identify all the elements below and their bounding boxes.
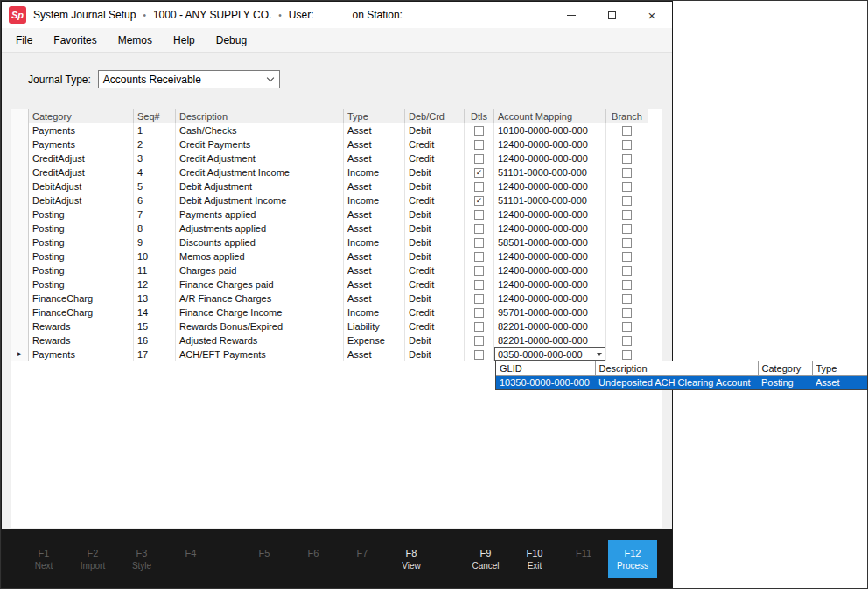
cell-account[interactable]: 12400-0000-000-000 xyxy=(494,137,606,151)
row-selector[interactable] xyxy=(11,319,29,333)
col-header-deb-crd[interactable]: Deb/Crd xyxy=(405,109,465,123)
cell-seq[interactable]: 1 xyxy=(134,123,176,137)
cell-description[interactable]: Debit Adjustment Income xyxy=(176,193,344,207)
account-mapping-combo[interactable]: 0350-0000-000-000 xyxy=(494,347,606,361)
cell-category[interactable]: Posting xyxy=(29,235,134,249)
grid-row[interactable]: DebitAdjust5Debit AdjustmentAssetDebit12… xyxy=(11,179,648,193)
grid-row[interactable]: Posting10Memos appliedAssetDebit12400-00… xyxy=(11,249,648,263)
cell-debcrd[interactable]: Debit xyxy=(405,123,465,137)
grid-row[interactable]: Rewards16Adjusted RewardsExpenseDebit822… xyxy=(11,333,648,347)
row-selector[interactable] xyxy=(11,151,29,165)
row-selector[interactable] xyxy=(11,305,29,319)
cell-account[interactable]: 0350-0000-000-000 xyxy=(494,347,606,361)
row-selector[interactable] xyxy=(11,291,29,305)
cell-debcrd[interactable]: Debit xyxy=(405,179,465,193)
lookup-cell-glid[interactable]: 10350-0000-000-000 xyxy=(496,375,595,389)
grid-row[interactable]: FinanceCharg13A/R Finance ChargesAssetDe… xyxy=(11,291,648,305)
cell-category[interactable]: CreditAdjust xyxy=(29,165,134,179)
cell-debcrd[interactable]: Credit xyxy=(405,277,465,291)
grid-row[interactable]: ►Payments17ACH/EFT PaymentsAssetDebit035… xyxy=(11,347,648,361)
cell-type[interactable]: Income xyxy=(344,305,405,319)
cell-seq[interactable]: 17 xyxy=(134,347,176,361)
dtls-checkbox[interactable] xyxy=(474,182,484,192)
cell-description[interactable]: A/R Finance Charges xyxy=(176,291,344,305)
grid-row[interactable]: Posting11Charges paidAssetCredit12400-00… xyxy=(11,263,648,277)
row-selector[interactable] xyxy=(11,221,29,235)
cell-debcrd[interactable]: Debit xyxy=(405,165,465,179)
branch-checkbox[interactable] xyxy=(622,280,632,290)
cell-seq[interactable]: 15 xyxy=(134,319,176,333)
cell-seq[interactable]: 7 xyxy=(134,207,176,221)
grid-row[interactable]: Posting12Finance Charges paidAssetCredit… xyxy=(11,277,648,291)
cell-type[interactable]: Asset xyxy=(344,263,405,277)
branch-checkbox[interactable] xyxy=(622,196,632,206)
cell-type[interactable]: Asset xyxy=(344,277,405,291)
menu-item-file[interactable]: File xyxy=(16,34,32,46)
cell-description[interactable]: Rewards Bonus/Expired xyxy=(176,319,344,333)
branch-checkbox[interactable] xyxy=(622,126,632,136)
cell-description[interactable]: ACH/EFT Payments xyxy=(176,347,344,361)
cell-description[interactable]: Credit Payments xyxy=(176,137,344,151)
cell-category[interactable]: Rewards xyxy=(29,319,134,333)
cell-debcrd[interactable]: Credit xyxy=(405,305,465,319)
grid-row[interactable]: FinanceCharg14Finance Charge IncomeIncom… xyxy=(11,305,648,319)
cell-account[interactable]: 12400-0000-000-000 xyxy=(494,291,606,305)
cell-category[interactable]: Posting xyxy=(29,263,134,277)
cell-seq[interactable]: 14 xyxy=(134,305,176,319)
cell-category[interactable]: Posting xyxy=(29,249,134,263)
branch-checkbox[interactable] xyxy=(622,308,632,318)
cell-debcrd[interactable]: Debit xyxy=(405,207,465,221)
close-button[interactable]: × xyxy=(632,2,672,28)
fnkey-f11[interactable]: F11 xyxy=(559,529,608,589)
cell-description[interactable]: Memos applied xyxy=(176,249,344,263)
cell-category[interactable]: CreditAdjust xyxy=(29,151,134,165)
row-selector[interactable] xyxy=(11,137,29,151)
cell-category[interactable]: FinanceCharg xyxy=(29,291,134,305)
cell-debcrd[interactable]: Debit xyxy=(405,249,465,263)
dtls-checkbox[interactable] xyxy=(474,308,484,318)
menu-item-favorites[interactable]: Favorites xyxy=(53,34,96,46)
dtls-checkbox[interactable] xyxy=(474,266,484,276)
dtls-checkbox[interactable] xyxy=(474,350,484,360)
dtls-checkbox[interactable] xyxy=(474,154,484,164)
grid-row[interactable]: Payments1Cash/ChecksAssetDebit10100-0000… xyxy=(11,123,648,137)
cell-debcrd[interactable]: Credit xyxy=(405,151,465,165)
branch-checkbox[interactable] xyxy=(622,294,632,304)
fnkey-f8[interactable]: F8View xyxy=(387,529,436,589)
branch-checkbox[interactable] xyxy=(622,252,632,262)
cell-type[interactable]: Asset xyxy=(344,347,405,361)
cell-debcrd[interactable]: Credit xyxy=(405,193,465,207)
dtls-checkbox[interactable] xyxy=(474,322,484,332)
row-selector[interactable] xyxy=(11,333,29,347)
col-header-seq-[interactable]: Seq# xyxy=(134,109,176,123)
branch-checkbox[interactable] xyxy=(622,350,632,360)
dtls-checkbox[interactable] xyxy=(474,224,484,234)
cell-account[interactable]: 12400-0000-000-000 xyxy=(494,277,606,291)
grid-row[interactable]: CreditAdjust4Credit Adjustment IncomeInc… xyxy=(11,165,648,179)
cell-account[interactable]: 95701-0000-000-000 xyxy=(494,305,606,319)
col-header-type[interactable]: Type xyxy=(344,109,405,123)
cell-account[interactable]: 12400-0000-000-000 xyxy=(494,151,606,165)
cell-account[interactable]: 12400-0000-000-000 xyxy=(494,263,606,277)
cell-type[interactable]: Income xyxy=(344,235,405,249)
menu-item-debug[interactable]: Debug xyxy=(216,34,247,46)
cell-account[interactable]: 12400-0000-000-000 xyxy=(494,221,606,235)
branch-checkbox[interactable] xyxy=(622,168,632,178)
row-selector[interactable] xyxy=(11,123,29,137)
cell-seq[interactable]: 4 xyxy=(134,165,176,179)
cell-account[interactable]: 12400-0000-000-000 xyxy=(494,179,606,193)
lookup-cell-description[interactable]: Undeposited ACH Clearing Account xyxy=(595,375,758,389)
cell-description[interactable]: Finance Charge Income xyxy=(176,305,344,319)
lookup-row[interactable]: 10350-0000-000-000Undeposited ACH Cleari… xyxy=(496,375,867,389)
cell-description[interactable]: Cash/Checks xyxy=(176,123,344,137)
fnkey-f4[interactable]: F4 xyxy=(166,529,215,589)
cell-category[interactable]: DebitAdjust xyxy=(29,193,134,207)
grid-row[interactable]: Posting7Payments appliedAssetDebit12400-… xyxy=(11,207,648,221)
cell-seq[interactable]: 3 xyxy=(134,151,176,165)
cell-description[interactable]: Credit Adjustment xyxy=(176,151,344,165)
cell-description[interactable]: Finance Charges paid xyxy=(176,277,344,291)
row-selector[interactable] xyxy=(11,263,29,277)
branch-checkbox[interactable] xyxy=(622,154,632,164)
cell-debcrd[interactable]: Debit xyxy=(405,347,465,361)
cell-type[interactable]: Asset xyxy=(344,137,405,151)
